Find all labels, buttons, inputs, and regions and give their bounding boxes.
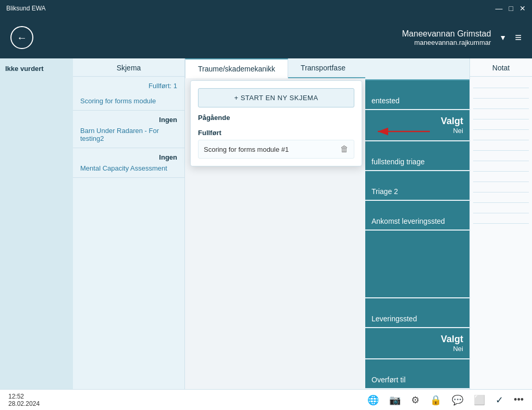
notat-line <box>473 196 529 203</box>
valgt-sub-1: Nei <box>453 127 463 135</box>
valgt-sub-2: Nei <box>453 345 463 353</box>
skjema-item-mental-status: Ingen <box>80 153 177 161</box>
more-button[interactable]: ••• <box>514 394 524 405</box>
tabs-row: Traume/skademekanikk Transportfase <box>185 58 365 78</box>
notat-line <box>473 206 529 213</box>
arrow-indicator <box>373 121 435 144</box>
skjema-item-barn[interactable]: Ingen Barn Under Radaren - For testing2 <box>73 111 184 148</box>
hamburger-menu-button[interactable]: ≡ <box>515 31 522 44</box>
tab-transportfase[interactable]: Transportfase <box>288 58 358 77</box>
skjema-item-scoring[interactable]: Scoring for forms module <box>73 92 184 111</box>
bottombar: 12:52 28.02.2024 🌐 📷 ⚙ 🔒 💬 ⬜ ✓ ••• <box>0 389 532 410</box>
triage-cell-empty <box>365 231 469 298</box>
tab-traume[interactable]: Traume/skademekanikk <box>185 58 288 78</box>
header: ← Maneevannan Grimstad maneevannan.rajku… <box>0 17 532 58</box>
bottombar-time: 12:52 28.02.2024 <box>8 393 40 407</box>
settings-icon[interactable]: ⚙ <box>411 394 419 406</box>
app-title: Bliksund EWA <box>6 5 46 12</box>
skjema-item-mental-title: Mental Capacity Assessment <box>80 164 177 172</box>
notat-lines <box>470 77 532 231</box>
time-display: 12:52 <box>8 393 40 400</box>
camera-icon[interactable]: 📷 <box>389 394 401 406</box>
valgt-label-2: Valgt <box>441 334 463 345</box>
notat-line <box>473 154 529 161</box>
notat-line <box>473 91 529 99</box>
ikke-vurdert-sidebar: Ikke vurdert <box>0 58 73 389</box>
notat-line <box>473 143 529 151</box>
notat-line <box>473 112 529 119</box>
check-button[interactable]: ✓ <box>496 394 503 406</box>
popup-item-name: Scoring for forms module #1 <box>204 146 289 153</box>
valgt-label-1: Valgt <box>441 116 463 127</box>
date-display: 28.02.2024 <box>8 400 40 407</box>
message-icon[interactable]: 💬 <box>452 394 463 406</box>
triage-cell-leveringssted: Leveringssted <box>365 298 469 328</box>
trash-button[interactable]: 🗑 <box>340 144 349 154</box>
triage-cell-ankomst: Ankomst leveringssted <box>365 201 469 231</box>
notat-header: Notat <box>470 58 532 77</box>
skjema-fullfort-label: Fullført: 1 <box>73 77 184 92</box>
skjema-item-barn-title: Barn Under Radaren - For testing2 <box>80 127 177 142</box>
back-button[interactable]: ← <box>10 26 33 49</box>
notat-line <box>473 216 529 224</box>
user-dropdown-arrow[interactable]: ▼ <box>499 33 506 42</box>
triage-column: entested Valgt Nei fullstendig triage Tr… <box>365 58 469 389</box>
lock-icon[interactable]: 🔒 <box>430 394 441 406</box>
skjema-item-mental[interactable]: Ingen Mental Capacity Assessment <box>73 148 184 178</box>
skjema-popup: + START EN NY SKJEMA Pågående Fullført S… <box>190 80 362 166</box>
square-icon[interactable]: ⬜ <box>474 394 485 406</box>
titlebar: Bliksund EWA — □ ✕ <box>0 0 532 17</box>
minimize-button[interactable]: — <box>496 5 503 12</box>
skjema-header: Skjema <box>73 58 184 77</box>
main-content: Ikke vurdert Skjema Fullført: 1 Scoring … <box>0 58 532 389</box>
notat-column: Notat <box>469 58 532 389</box>
fullfort-section-label: Fullført <box>198 129 354 137</box>
start-skjema-button[interactable]: + START EN NY SKJEMA <box>198 88 354 107</box>
triage-cell-triage2: Triage 2 <box>365 171 469 201</box>
notat-line <box>473 123 529 130</box>
triage-cell-fullstendig: fullstendig triage <box>365 141 469 171</box>
header-right: Maneevannan Grimstad maneevannan.rajkumm… <box>402 29 522 46</box>
user-name: Maneevannan Grimstad <box>402 29 491 39</box>
triage-cell-overfott: Overført til <box>365 359 469 389</box>
red-arrow-icon <box>373 121 435 142</box>
notat-line <box>473 185 529 192</box>
user-info: Maneevannan Grimstad maneevannan.rajkumm… <box>402 29 491 46</box>
header-left: ← <box>10 26 33 49</box>
bottombar-icons: 🌐 📷 ⚙ 🔒 💬 ⬜ ✓ ••• <box>367 394 524 406</box>
traume-column: Traume/skademekanikk Transportfase + STA… <box>185 58 365 389</box>
notat-line <box>473 133 529 140</box>
close-button[interactable]: ✕ <box>519 5 526 12</box>
paagende-label: Pågående <box>198 114 354 122</box>
maximize-button[interactable]: □ <box>509 5 513 12</box>
ikke-vurdert-label: Ikke vurdert <box>5 65 44 73</box>
notat-line <box>473 102 529 109</box>
triage-cell-entested: entested <box>365 80 469 110</box>
triage-cell-valgt-2: Valgt Nei <box>365 328 469 359</box>
skjema-item-barn-status: Ingen <box>80 116 177 124</box>
skjema-item-scoring-title: Scoring for forms module <box>80 97 177 105</box>
notat-line <box>473 81 529 88</box>
window-controls: — □ ✕ <box>496 5 526 12</box>
globe-icon[interactable]: 🌐 <box>367 394 379 406</box>
notat-line <box>473 175 529 182</box>
popup-item-row: Scoring for forms module #1 🗑 <box>198 140 354 159</box>
skjema-column: Skjema Fullført: 1 Scoring for forms mod… <box>73 58 185 389</box>
notat-line <box>473 164 529 172</box>
user-id: maneevannan.rajkummar <box>402 39 491 46</box>
